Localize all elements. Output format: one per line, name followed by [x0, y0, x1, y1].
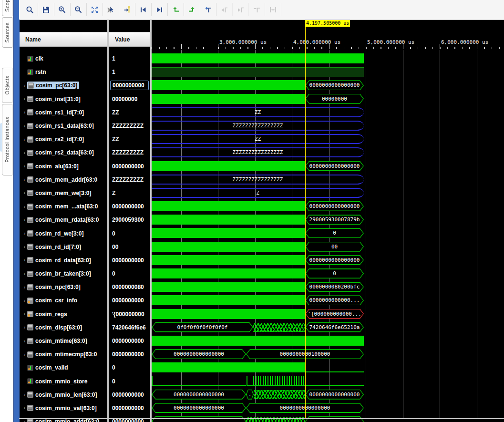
go-start-button[interactable]: [135, 3, 152, 16]
signal-row-cosim_disp630[interactable]: ›cosim_disp[63:0]: [19, 321, 107, 334]
tab-objects[interactable]: Objects: [2, 68, 12, 103]
signal-value-cell[interactable]: ZZ: [109, 133, 150, 146]
signal-value-cell[interactable]: 1: [109, 65, 150, 79]
wave-row[interactable]: 0000000000000000: [152, 200, 504, 213]
signal-value-cell[interactable]: 00: [109, 240, 150, 254]
zoom-in-button[interactable]: [54, 3, 71, 16]
signal-value-cell[interactable]: 0000000000: [109, 388, 150, 401]
expander-icon[interactable]: ›: [22, 392, 27, 397]
tab-scope[interactable]: Scope: [2, 0, 12, 16]
expander-icon[interactable]: ›: [22, 285, 27, 290]
signal-name[interactable]: cosim_rd_data[63:0]: [27, 257, 91, 264]
signal-row-cosim_alu630[interactable]: ›cosim_alu[63:0]: [19, 160, 107, 173]
expander-icon[interactable]: ›: [22, 217, 27, 223]
signal-name[interactable]: cosim_rd_we[3:0]: [27, 230, 83, 237]
signal-value-cell[interactable]: 2900059300: [109, 213, 150, 226]
tab-sources[interactable]: Sources: [2, 17, 12, 48]
wave-row[interactable]: 0000000000000000.0000000000000000: [152, 388, 504, 401]
expander-icon[interactable]: ›: [22, 352, 27, 357]
signal-value-cell[interactable]: ZZ: [109, 106, 150, 119]
signal-name[interactable]: cosim_valid: [27, 364, 68, 371]
wave-row[interactable]: Z: [152, 186, 504, 200]
signal-value-cell[interactable]: 0: [109, 226, 150, 240]
no-drag-button[interactable]: [103, 3, 119, 16]
signal-name[interactable]: cosim_mem_addr[63:0: [27, 176, 97, 183]
signal-name[interactable]: cosim_mem_rdata[63:0: [27, 216, 99, 223]
add-marker-button[interactable]: [200, 3, 216, 16]
signal-row-cosim_inst310[interactable]: ›cosim_inst[31:0]: [19, 93, 107, 106]
expander-icon[interactable]: ›: [22, 231, 27, 236]
signal-name[interactable]: cosim_rd_id[7:0]: [27, 244, 81, 250]
signal-row-cosim_rs1_data630[interactable]: ›cosim_rs1_data[63:0]: [19, 119, 107, 133]
signal-name[interactable]: cosim_mtimecmp[63:0: [27, 351, 97, 358]
wave-row[interactable]: 0: [152, 267, 504, 280]
name-value-splitter[interactable]: [107, 20, 109, 422]
signal-row-cosim_mmio_store[interactable]: cosim_mmio_store: [19, 375, 107, 388]
signal-value-cell[interactable]: 0000000000: [109, 348, 150, 361]
signal-name[interactable]: cosim_inst[31:0]: [27, 96, 81, 103]
signal-name[interactable]: cosim_mem_we[3:0]: [27, 190, 91, 196]
wave-row[interactable]: [152, 65, 504, 79]
signal-value-cell[interactable]: 0000000000: [109, 160, 150, 173]
signal-name[interactable]: cosim_rs1_id[7:0]: [27, 109, 84, 116]
value-column-header[interactable]: Value: [109, 32, 150, 47]
signal-row-cosim_mem_rdata630[interactable]: ›cosim_mem_rdata[63:0: [19, 213, 107, 226]
cursor-time-label[interactable]: 4,197.505000 us: [305, 20, 350, 27]
name-column-header[interactable]: Name: [19, 32, 107, 47]
signal-row-cosim_rs2_data630[interactable]: ›cosim_rs2_data[63:0]: [19, 146, 107, 159]
expander-icon[interactable]: ›: [22, 177, 27, 182]
wave-row[interactable]: [152, 52, 504, 65]
signal-value-cell[interactable]: 0000000000: [109, 254, 150, 267]
signal-row-cosim_br_taken30[interactable]: ›cosim_br_taken[3:0]: [19, 267, 107, 280]
signal-row-clk[interactable]: clk: [19, 52, 107, 65]
signal-value-cell[interactable]: 7420646f6e6: [109, 321, 150, 334]
signal-name[interactable]: cosim_mmio_val[63:0]: [27, 405, 97, 412]
zoom-out-button[interactable]: [71, 3, 87, 16]
wave-row[interactable]: 0f0f0f0f0f0f0f0f7420646f6e65210a: [152, 321, 504, 334]
signal-row-cosim_mem_we30[interactable]: ›cosim_mem_we[3:0]: [19, 186, 107, 200]
signal-row-cosim_rd_id70[interactable]: ›cosim_rd_id[7:0]: [19, 240, 107, 254]
wave-panel[interactable]: 3,000.000000 us4,000.000000 us5,000.0000…: [152, 20, 504, 422]
wave-row[interactable]: 00000000000000000000000000000000: [152, 401, 504, 415]
wave-row[interactable]: 290005930007879b: [152, 213, 504, 226]
signal-row-cosim_rs1_id70[interactable]: ›cosim_rs1_id[7:0]: [19, 106, 107, 119]
next-transition-button[interactable]: [184, 3, 200, 16]
signal-name[interactable]: cosim_csr_info: [27, 297, 77, 304]
signal-name[interactable]: clk: [27, 55, 43, 62]
timeline-ruler[interactable]: 3,000.000000 us4,000.000000 us5,000.0000…: [152, 28, 504, 50]
value-wave-splitter[interactable]: [150, 20, 152, 422]
signal-name[interactable]: cosim_mem_...ata[63:0: [27, 203, 98, 210]
expander-icon[interactable]: ›: [22, 257, 27, 263]
expander-icon[interactable]: ›: [22, 83, 27, 88]
wave-row[interactable]: 00: [152, 240, 504, 254]
signal-value-cell[interactable]: ZZZZZZZZZ: [109, 146, 150, 159]
signal-row-cosim_rs2_id70[interactable]: ›cosim_rs2_id[7:0]: [19, 133, 107, 146]
wave-row[interactable]: 00000000: [152, 93, 504, 106]
goto-cursor-button[interactable]: [119, 3, 135, 16]
tab-protocol-instances[interactable]: Protocol Instances: [2, 104, 12, 175]
signal-value-cell[interactable]: 00000000: [109, 93, 150, 106]
wave-row[interactable]: ZZZZZZZZZZZZZZZZ: [152, 119, 504, 133]
signal-value-cell[interactable]: Z: [109, 186, 150, 200]
signal-row-cosim_rd_data630[interactable]: ›cosim_rd_data[63:0]: [19, 254, 107, 267]
wave-row[interactable]: ZZZZZZZZZZZZZZZZ: [152, 146, 504, 159]
expander-icon[interactable]: ›: [22, 110, 27, 115]
signal-row-cosim_mem_addr630[interactable]: ›cosim_mem_addr[63:0: [19, 173, 107, 186]
wave-row[interactable]: 00000000000000000000000000100000: [152, 348, 504, 361]
cursor-line[interactable]: [305, 27, 306, 419]
wave-row[interactable]: 0000000000000000: [152, 79, 504, 92]
signal-row-cosim_npc630[interactable]: ›cosim_npc[63:0]: [19, 280, 107, 294]
signal-name[interactable]: cosim_alu[63:0]: [27, 163, 79, 170]
signal-row-cosim_rd_we30[interactable]: ›cosim_rd_we[3:0]: [19, 226, 107, 240]
signal-row-cosim_valid[interactable]: cosim_valid: [19, 361, 107, 374]
signal-row-cosim_pc630[interactable]: ›cosim_pc[63:0]: [19, 79, 107, 92]
expander-icon[interactable]: ›: [22, 137, 27, 142]
expander-icon[interactable]: ›: [22, 204, 27, 209]
go-end-button[interactable]: [152, 3, 168, 16]
signal-value-cell[interactable]: 0000000000: [109, 334, 150, 348]
signal-name[interactable]: cosim_br_taken[3:0]: [27, 270, 91, 277]
expander-icon[interactable]: ›: [22, 311, 27, 317]
expander-icon[interactable]: ›: [22, 405, 27, 411]
wave-row[interactable]: ZZ: [152, 106, 504, 119]
signal-name[interactable]: cosim_disp[63:0]: [27, 324, 82, 331]
